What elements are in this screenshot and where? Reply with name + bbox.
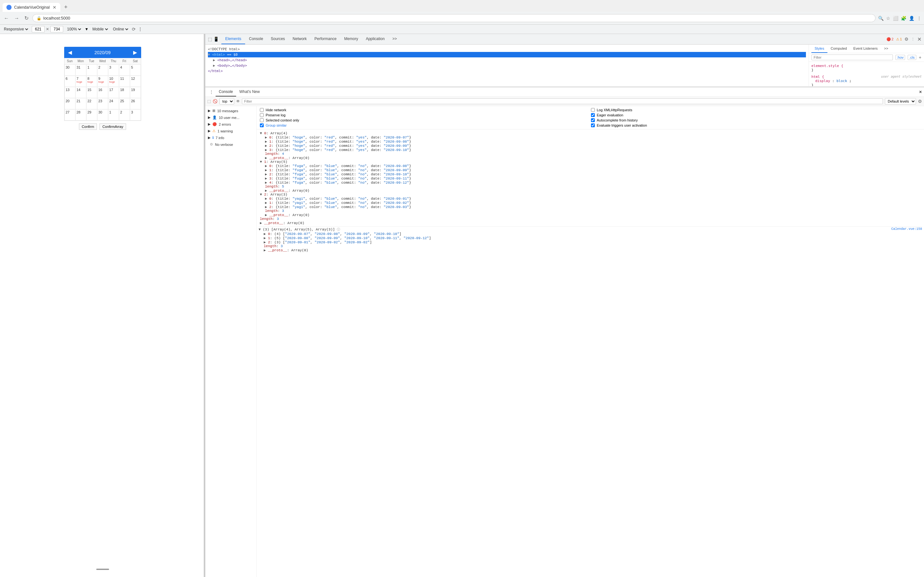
second-0-arrow[interactable]: ▶ [264,232,266,236]
root-proto-arrow[interactable]: ▶ [260,221,262,225]
panel-splitter[interactable] [204,34,205,577]
cal-cell-22[interactable]: 22 [86,98,97,109]
address-bar[interactable]: 🔒 localhost:5000 [32,14,876,22]
console-clear-icon[interactable]: 🚫 [213,99,218,103]
responsive-select[interactable]: Responsive [3,27,29,32]
bookmark-icon[interactable]: ☆ [886,16,890,21]
tab-application[interactable]: Application [362,34,389,44]
cal-cell-17[interactable]: 17 [108,87,119,98]
arr-2-proto-arrow[interactable]: ▶ [265,213,267,217]
second-proto-arrow[interactable]: ▶ [264,248,266,252]
calendar-vue-source[interactable]: Calendar.vue:158 [891,227,922,232]
console-warnings-item[interactable]: ▶ ⚠ 1 warning [205,127,256,134]
selected-context-checkbox[interactable]: Selected context only [260,118,590,122]
console-verbose-item[interactable]: ⚙ No verbose [205,141,256,148]
body-arrow[interactable]: ▶ [213,63,215,68]
back-button[interactable]: ← [3,14,10,23]
cal-cell-15[interactable]: 15 [86,87,97,98]
cal-cell-7[interactable]: 7hoge [75,76,86,87]
arr-1-expand[interactable]: ▼ [260,160,262,164]
cal-cell-10[interactable]: 10hoge [108,76,119,87]
console-messages-item[interactable]: ▶ ⊞ 10 messages [205,107,256,114]
cls-button[interactable]: .cls [908,55,916,60]
arr-0-2-arrow[interactable]: ▶ [265,144,267,148]
height-input[interactable] [50,26,63,32]
forward-button[interactable]: → [13,14,21,23]
cal-cell-2-next[interactable]: 2 [119,109,130,121]
reload-button[interactable]: ↻ [23,14,30,23]
console-filter-input[interactable] [242,98,883,104]
arr-2-2-arrow[interactable]: ▶ [265,205,267,209]
console-tab-whatsnew[interactable]: What's New [236,87,263,97]
rotate-icon[interactable]: ⟳ [132,27,136,32]
dom-body[interactable]: ▶ <body>…</body> [208,63,806,68]
tab-event-listeners[interactable]: Event Listeners [850,45,881,53]
console-context-select[interactable]: top [220,98,234,105]
arr-1-4-arrow[interactable]: ▶ [265,181,267,185]
cal-cell-4[interactable]: 4 [119,64,130,76]
cal-cell-31-prev[interactable]: 31 [75,64,86,76]
cal-cell-20[interactable]: 20 [65,98,75,109]
cal-cell-21[interactable]: 21 [75,98,86,109]
cal-cell-1-next[interactable]: 1 [108,109,119,121]
tab-computed[interactable]: Computed [827,45,850,53]
arr-0-proto-arrow[interactable]: ▶ [265,156,267,160]
cal-cell-30[interactable]: 30 [97,109,108,121]
cal-cell-16[interactable]: 16 [97,87,108,98]
cal-cell-12[interactable]: 12 [130,76,141,87]
mobile-icon[interactable]: 📱 [213,37,219,42]
console-tab-console[interactable]: Console [216,87,236,97]
expand-arrow[interactable]: ▼ [208,53,210,57]
cal-cell-28[interactable]: 28 [75,109,86,121]
log-xhr-checkbox[interactable]: Log XMLHttpRequests [591,108,921,112]
hide-network-checkbox[interactable]: Hide network [260,108,590,112]
arr-1-2-arrow[interactable]: ▶ [265,172,267,176]
group-similar-checkbox[interactable]: Group similar [260,123,590,127]
search-icon[interactable]: 🔍 [878,16,884,21]
styles-filter-input[interactable] [811,55,893,60]
more-options-icon[interactable]: ⋮ [138,27,142,31]
second-2-arrow[interactable]: ▶ [264,240,266,244]
extensions-icon[interactable]: 🧩 [901,16,906,21]
eval-triggers-checkbox[interactable]: Evaluate triggers user activation [591,123,921,127]
tab-styles-overflow[interactable]: >> [881,45,892,53]
tab-memory[interactable]: Memory [341,34,362,44]
tab-styles[interactable]: Styles [811,45,827,53]
cast-icon[interactable]: ⬜ [893,16,898,21]
confirm-button[interactable]: Confirm [79,123,97,130]
cal-cell-5[interactable]: 5 [130,64,141,76]
zoom-select[interactable]: 100% [66,27,82,32]
width-input[interactable] [32,26,45,32]
arr-1-0-arrow[interactable]: ▶ [265,164,267,168]
console-menu-icon[interactable]: ⋮ [207,88,216,96]
cal-cell-26[interactable]: 26 [130,98,141,109]
cal-cell-8[interactable]: 8hoge [86,76,97,87]
arr-2-0-arrow[interactable]: ▶ [265,197,267,201]
preserve-log-checkbox[interactable]: Preserve log [260,113,590,117]
console-info-item[interactable]: ▶ ℹ 7 info [205,134,256,141]
arr-0-1-arrow[interactable]: ▶ [265,140,267,143]
console-settings-icon[interactable]: ⚙ [918,99,922,104]
second-1-arrow[interactable]: ▶ [264,236,266,240]
arr-1-3-arrow[interactable]: ▶ [265,177,267,181]
tab-performance[interactable]: Performance [310,34,341,44]
cal-cell-9[interactable]: 9hoge [97,76,108,87]
arr-2-expand[interactable]: ▼ [260,193,262,197]
cal-cell-3-next[interactable]: 3 [130,109,141,121]
tab-close-button[interactable]: ✕ [53,5,57,10]
cal-cell-27[interactable]: 27 [65,109,75,121]
tab-network[interactable]: Network [289,34,310,44]
cal-cell-29[interactable]: 29 [86,109,97,121]
arr-0-3-arrow[interactable]: ▶ [265,148,267,152]
autocomplete-checkbox[interactable]: Autocomplete from history [591,118,921,122]
devtools-close-button[interactable]: ✕ [917,36,921,42]
cal-cell-19[interactable]: 19 [130,87,141,98]
arr-1-1-arrow[interactable]: ▶ [265,168,267,172]
cal-cell-24[interactable]: 24 [108,98,119,109]
cal-cell-23[interactable]: 23 [97,98,108,109]
kebab-menu-icon[interactable]: ⋮ [911,37,915,41]
settings-icon[interactable]: ⚙ [905,37,909,42]
tab-overflow[interactable]: >> [389,34,401,44]
cal-cell-14[interactable]: 14 [75,87,86,98]
profile-icon[interactable]: 👤 [909,16,914,21]
